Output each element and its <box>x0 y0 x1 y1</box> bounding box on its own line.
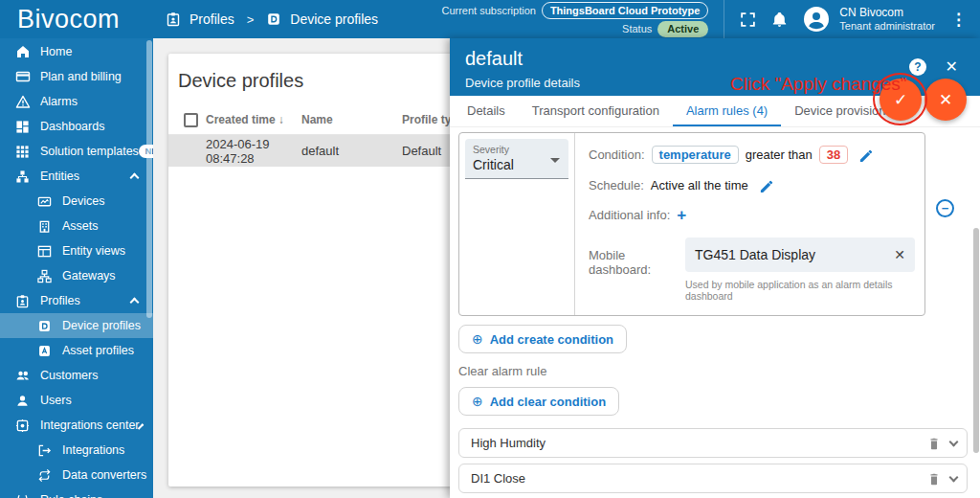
brand-logo[interactable]: Bivocom <box>17 5 166 34</box>
sidebar-item-solution-templates[interactable]: Solution templates NEW <box>0 139 153 164</box>
integrations-icon <box>36 443 53 458</box>
dropdown-arrow-icon <box>550 158 560 163</box>
sidebar-item-dashboards[interactable]: Dashboards <box>0 114 153 139</box>
schedule-label: Schedule: <box>589 178 644 192</box>
chevron-up-icon[interactable] <box>130 298 140 307</box>
additional-info-label: Additional info: <box>589 208 670 222</box>
severity-column: Severity Critical <box>459 133 575 315</box>
dashboards-icon <box>14 120 31 134</box>
mobile-dashboard-value: TG451 Data Display <box>695 247 815 262</box>
chevron-up-icon[interactable] <box>130 173 140 183</box>
sidebar-item-data-converters[interactable]: Data converters <box>0 463 153 487</box>
column-name[interactable]: Name <box>301 113 402 126</box>
sort-desc-icon[interactable]: ↓ <box>278 113 284 126</box>
sidebar-item-rule-chains[interactable]: Rule chains <box>0 487 153 498</box>
select-all-checkbox[interactable] <box>184 113 198 127</box>
mobile-dashboard-hint: Used by mobile application as an alarm d… <box>685 279 915 302</box>
sidebar-item-users[interactable]: Users <box>0 388 153 413</box>
close-icon[interactable]: ✕ <box>946 57 958 76</box>
solution-templates-grid-icon <box>14 145 31 159</box>
condition-label: Condition: <box>589 147 645 162</box>
delete-rule-trash-icon[interactable] <box>927 472 941 486</box>
condition-column: Condition: temperature greater than 38 S… <box>575 133 924 315</box>
user-name: CN Bivocom <box>839 6 935 20</box>
billing-card-icon <box>14 69 31 84</box>
alarm-rule-row-high-humdity[interactable]: High Humdity <box>458 428 968 458</box>
subscription-plan-pill[interactable]: ThingsBoard Cloud Prototype <box>542 2 708 20</box>
sidebar-item-entity-views[interactable]: Entity views <box>0 238 153 263</box>
collapsed-rules-list: High Humdity DI1 Close DI2 Close <box>458 428 971 498</box>
schedule-value: Active all the time <box>651 178 748 192</box>
profiles-badge-icon <box>14 294 31 308</box>
discard-changes-button[interactable]: ✕ <box>924 79 967 121</box>
sidebar-item-alarms[interactable]: Alarms <box>0 89 153 114</box>
sidebar-item-asset-profiles[interactable]: Asset profiles <box>0 338 153 363</box>
sidebar-item-device-profiles[interactable]: Device profiles <box>0 313 153 338</box>
sidebar-nav: Home Plan and billing Alarms Dashboards … <box>0 38 153 498</box>
severity-label: Severity <box>473 144 561 155</box>
add-clear-condition-button[interactable]: ⊕ Add clear condition <box>458 387 619 416</box>
panel-scrollbar[interactable] <box>973 228 979 453</box>
cell-created-time: 2024-06-19 08:47:28 <box>206 137 301 166</box>
add-create-condition-button[interactable]: ⊕ Add create condition <box>458 325 627 353</box>
asset-profiles-icon <box>36 344 53 358</box>
tab-transport-configuration[interactable]: Transport configuration <box>519 96 673 126</box>
sidebar-item-plan-and-billing[interactable]: Plan and billing <box>0 64 153 89</box>
breadcrumb-device-profiles[interactable]: Device profiles <box>290 11 378 27</box>
notifications-bell-icon[interactable] <box>771 11 788 28</box>
customers-icon <box>14 368 31 383</box>
user-info[interactable]: CN Bivocom Tenant administrator <box>839 6 935 34</box>
subscription-label: Current subscription <box>441 3 535 19</box>
profiles-badge-icon <box>166 11 181 27</box>
sidebar-scrollbar[interactable] <box>146 40 152 318</box>
expand-rule-chevron-icon[interactable] <box>949 472 959 482</box>
subscription-block: Current subscription ThingsBoard Cloud P… <box>441 2 708 37</box>
app-root: Bivocom Profiles > Device profiles Curre… <box>0 0 980 498</box>
status-badge: Active <box>657 21 708 37</box>
sidebar-item-profiles[interactable]: Profiles <box>0 288 153 313</box>
sidebar-item-gateways[interactable]: Gateways <box>0 263 153 288</box>
home-icon <box>14 44 31 59</box>
sidebar-item-devices[interactable]: Devices <box>0 189 153 214</box>
sidebar-item-integrations-center[interactable]: Integrations center <box>0 413 153 438</box>
severity-select[interactable]: Severity Critical <box>465 139 568 179</box>
breadcrumb: Profiles > Device profiles <box>166 11 378 27</box>
tab-alarm-rules[interactable]: Alarm rules (4) <box>673 96 781 126</box>
severity-value: Critical <box>473 157 561 172</box>
alarm-rules-content: Severity Critical Condition: temperature… <box>450 127 980 498</box>
help-icon[interactable]: ? <box>909 58 926 76</box>
sidebar-item-customers[interactable]: Customers <box>0 363 153 388</box>
alarm-rule-condition-card: Severity Critical Condition: temperature… <box>458 132 925 316</box>
user-avatar[interactable] <box>803 6 830 33</box>
users-person-icon <box>14 394 31 408</box>
tab-details[interactable]: Details <box>454 96 519 126</box>
edit-schedule-pencil-icon[interactable] <box>759 178 773 192</box>
sidebar-item-assets[interactable]: Assets <box>0 214 153 238</box>
fullscreen-icon[interactable] <box>740 11 756 28</box>
condition-key-chip: temperature <box>652 146 739 164</box>
remove-rule-minus-icon[interactable]: − <box>936 199 954 217</box>
assets-icon <box>36 219 53 234</box>
alarm-rule-row-di1-close[interactable]: DI1 Close <box>458 464 968 493</box>
entity-views-icon <box>36 244 53 259</box>
add-additional-info-icon[interactable]: + <box>677 207 686 223</box>
device-profile-details-panel: default Device profile details ? ✕ Detai… <box>450 38 980 498</box>
clear-dashboard-icon[interactable]: ✕ <box>894 247 905 262</box>
top-header-bar: Bivocom Profiles > Device profiles Curre… <box>0 0 980 38</box>
breadcrumb-profiles[interactable]: Profiles <box>189 11 234 27</box>
sidebar-item-integrations[interactable]: Integrations <box>0 438 153 463</box>
sidebar-item-home[interactable]: Home <box>0 39 153 64</box>
apply-changes-button[interactable]: ✓ <box>880 79 922 121</box>
expand-rule-chevron-icon[interactable] <box>949 437 959 446</box>
gateways-icon <box>36 269 53 283</box>
kebab-menu-icon[interactable]: ⋮ <box>950 10 967 30</box>
condition-operator: greater than <box>746 147 813 162</box>
column-created-time[interactable]: Created time↓ <box>206 113 301 126</box>
mobile-dashboard-field[interactable]: TG451 Data Display ✕ <box>685 238 915 272</box>
data-converters-icon <box>36 468 53 483</box>
clear-alarm-rule-label: Clear alarm rule <box>458 364 971 378</box>
edit-condition-pencil-icon[interactable] <box>858 147 873 162</box>
delete-rule-trash-icon[interactable] <box>927 437 941 450</box>
sidebar-item-entities[interactable]: Entities <box>0 164 153 189</box>
panel-title: default <box>465 48 965 70</box>
